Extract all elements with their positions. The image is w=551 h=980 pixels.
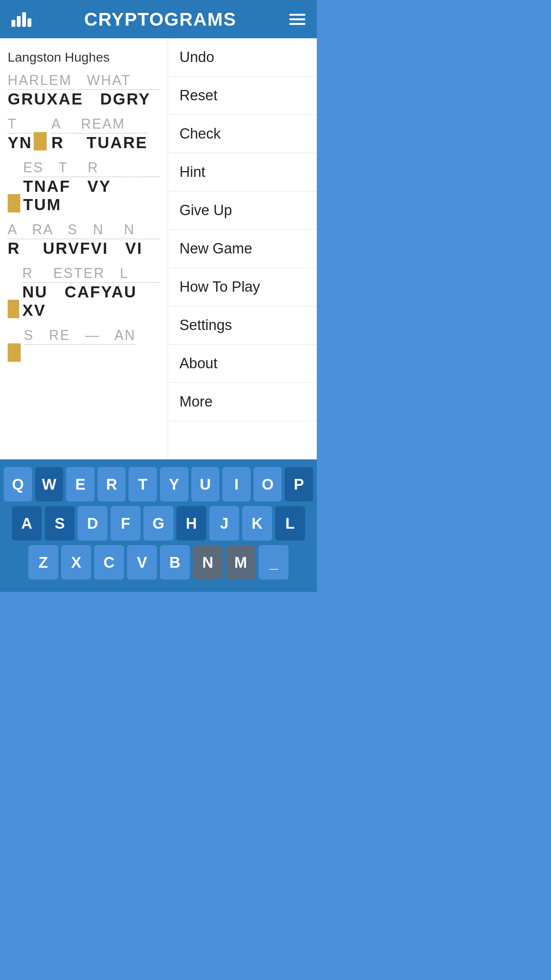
puzzle-area: Langston Hughes HARLEM WHAT GRUXAE DGRY … — [0, 38, 168, 459]
plain-row-4: R URVFVI VI — [8, 239, 160, 258]
puzzle-row-5: R ESTER L NU CAFYAU XV — [8, 265, 160, 320]
keyboard-row-1: Q W E R T Y U I O P — [4, 467, 313, 501]
plain-yn: YN — [8, 134, 32, 152]
key-S[interactable]: S — [45, 506, 75, 541]
key-K[interactable]: K — [242, 506, 272, 541]
plain-tnaf: TNAF VY TUM — [23, 177, 160, 214]
cipher-row-5: R ESTER L — [22, 265, 160, 283]
key-R[interactable]: R — [98, 467, 126, 501]
key-Z[interactable]: Z — [28, 545, 58, 580]
puzzle-row-6: S RE — AN — [8, 327, 160, 363]
key-L[interactable]: L — [275, 506, 305, 541]
keyboard: Q W E R T Y U I O P A S D F G H J K L Z … — [0, 459, 317, 592]
menu-item-settings[interactable]: Settings — [168, 306, 317, 345]
key-I[interactable]: I — [222, 467, 251, 501]
key-O[interactable]: O — [254, 467, 282, 501]
menu-item-undo[interactable]: Undo — [168, 38, 317, 77]
menu-item-reset[interactable]: Reset — [168, 77, 317, 115]
key-U[interactable]: U — [191, 467, 220, 501]
app-title: Cryptograms — [84, 9, 236, 30]
key-B[interactable]: B — [160, 545, 190, 580]
key-N[interactable]: N — [193, 545, 223, 580]
key-P[interactable]: P — [285, 467, 313, 501]
cipher-row-1: HARLEM WHAT — [8, 72, 160, 90]
stats-icon[interactable] — [11, 11, 31, 27]
main-content: Langston Hughes HARLEM WHAT GRUXAE DGRY … — [0, 38, 317, 459]
dropdown-menu: Undo Reset Check Hint Give Up New Game H… — [168, 38, 317, 459]
key-Q[interactable]: Q — [4, 467, 32, 501]
puzzle-row-3: ES T R TNAF VY TUM — [8, 160, 160, 214]
menu-item-more[interactable]: More — [168, 383, 317, 421]
cipher-t: T — [8, 116, 32, 134]
key-X[interactable]: X — [61, 545, 91, 580]
keyboard-row-3: Z X C V B N M _ — [4, 545, 313, 580]
puzzle-row-2: T YN A REAM R TUARE — [8, 116, 160, 152]
key-D[interactable]: D — [78, 506, 108, 541]
key-F[interactable]: F — [111, 506, 140, 541]
menu-item-about[interactable]: About — [168, 345, 317, 383]
key-T[interactable]: T — [129, 467, 157, 501]
key-E[interactable]: E — [66, 467, 95, 501]
plain-r: R TUARE — [51, 134, 148, 152]
key-Y[interactable]: Y — [160, 467, 188, 501]
menu-button[interactable] — [289, 14, 305, 25]
keyboard-row-2: A S D F G H J K L — [4, 506, 313, 541]
app-header: Cryptograms — [0, 0, 317, 38]
plain-row-1: GRUXAE DGRY — [8, 90, 160, 108]
plain-row-6 — [24, 345, 136, 363]
key-M[interactable]: M — [226, 545, 256, 580]
menu-item-give-up[interactable]: Give Up — [168, 191, 317, 230]
key-W[interactable]: W — [35, 467, 64, 501]
key-J[interactable]: J — [209, 506, 239, 541]
menu-item-hint[interactable]: Hint — [168, 153, 317, 191]
menu-item-check[interactable]: Check — [168, 115, 317, 153]
cipher-a: A REAM — [51, 116, 148, 134]
puzzle-row-4: A RA S N N R URVFVI VI — [8, 222, 160, 258]
key-underscore[interactable]: _ — [259, 545, 289, 580]
cipher-es: ES T R — [23, 160, 160, 177]
cipher-row-4: A RA S N N — [8, 222, 160, 239]
cipher-row-6: S RE — AN — [24, 327, 136, 345]
menu-item-new-game[interactable]: New Game — [168, 230, 317, 268]
key-C[interactable]: C — [94, 545, 124, 580]
plain-row-5: NU CAFYAU XV — [22, 283, 160, 320]
key-A[interactable]: A — [12, 506, 42, 541]
author-label: Langston Hughes — [8, 50, 160, 65]
key-V[interactable]: V — [127, 545, 157, 580]
puzzle-row-1: HARLEM WHAT GRUXAE DGRY — [8, 72, 160, 108]
menu-item-how-to-play[interactable]: How To Play — [168, 268, 317, 306]
key-G[interactable]: G — [143, 506, 173, 541]
key-H[interactable]: H — [176, 506, 206, 541]
